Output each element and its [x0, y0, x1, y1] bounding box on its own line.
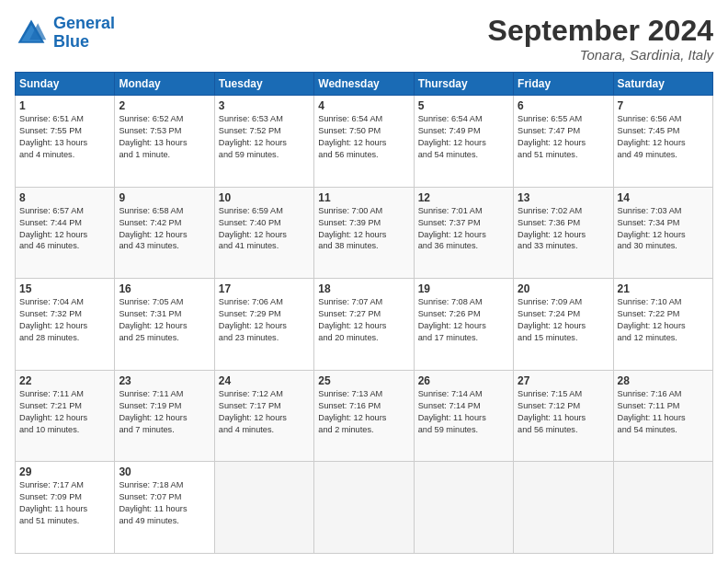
- calendar-cell: 17Sunrise: 7:06 AM Sunset: 7:29 PM Dayli…: [214, 279, 313, 371]
- day-number: 11: [318, 191, 409, 204]
- day-info: Sunrise: 6:56 AM Sunset: 7:45 PM Dayligh…: [618, 113, 709, 161]
- col-header-saturday: Saturday: [613, 73, 712, 96]
- calendar-week-1: 1Sunrise: 6:51 AM Sunset: 7:55 PM Daylig…: [16, 96, 713, 188]
- calendar-cell: 24Sunrise: 7:12 AM Sunset: 7:17 PM Dayli…: [214, 370, 313, 462]
- day-info: Sunrise: 7:17 AM Sunset: 7:09 PM Dayligh…: [19, 479, 110, 527]
- calendar-cell: 19Sunrise: 7:08 AM Sunset: 7:26 PM Dayli…: [414, 279, 513, 371]
- day-number: 13: [518, 191, 609, 204]
- day-number: 16: [119, 282, 210, 295]
- col-header-tuesday: Tuesday: [214, 73, 313, 96]
- calendar-cell: 5Sunrise: 6:54 AM Sunset: 7:49 PM Daylig…: [414, 96, 513, 188]
- day-number: 28: [618, 374, 709, 387]
- calendar-cell: 28Sunrise: 7:16 AM Sunset: 7:11 PM Dayli…: [613, 370, 712, 462]
- calendar-cell: 8Sunrise: 6:57 AM Sunset: 7:44 PM Daylig…: [16, 187, 115, 279]
- calendar-cell: 11Sunrise: 7:00 AM Sunset: 7:39 PM Dayli…: [314, 187, 414, 279]
- calendar-cell: 22Sunrise: 7:11 AM Sunset: 7:21 PM Dayli…: [16, 370, 115, 462]
- col-header-monday: Monday: [115, 73, 214, 96]
- calendar-cell: [613, 462, 712, 554]
- day-info: Sunrise: 7:11 AM Sunset: 7:19 PM Dayligh…: [119, 388, 210, 436]
- calendar-header-row: SundayMondayTuesdayWednesdayThursdayFrid…: [16, 73, 713, 96]
- day-info: Sunrise: 7:07 AM Sunset: 7:27 PM Dayligh…: [318, 296, 409, 344]
- page: General Blue September 2024 Tonara, Sard…: [0, 0, 728, 563]
- day-info: Sunrise: 6:57 AM Sunset: 7:44 PM Dayligh…: [19, 205, 110, 253]
- calendar-cell: 20Sunrise: 7:09 AM Sunset: 7:24 PM Dayli…: [514, 279, 613, 371]
- day-info: Sunrise: 7:03 AM Sunset: 7:34 PM Dayligh…: [618, 205, 709, 253]
- calendar-cell: 27Sunrise: 7:15 AM Sunset: 7:12 PM Dayli…: [514, 370, 613, 462]
- day-number: 18: [318, 282, 409, 295]
- calendar-cell: 1Sunrise: 6:51 AM Sunset: 7:55 PM Daylig…: [16, 96, 115, 188]
- calendar-cell: 12Sunrise: 7:01 AM Sunset: 7:37 PM Dayli…: [414, 187, 513, 279]
- day-number: 30: [119, 465, 210, 478]
- day-info: Sunrise: 6:54 AM Sunset: 7:50 PM Dayligh…: [318, 113, 409, 161]
- day-number: 23: [119, 374, 210, 387]
- col-header-thursday: Thursday: [414, 73, 513, 96]
- header: General Blue September 2024 Tonara, Sard…: [15, 15, 713, 63]
- logo-blue: Blue: [53, 32, 89, 51]
- calendar-week-2: 8Sunrise: 6:57 AM Sunset: 7:44 PM Daylig…: [16, 187, 713, 279]
- day-info: Sunrise: 7:11 AM Sunset: 7:21 PM Dayligh…: [19, 388, 110, 436]
- day-info: Sunrise: 7:16 AM Sunset: 7:11 PM Dayligh…: [618, 388, 709, 436]
- calendar-cell: 3Sunrise: 6:53 AM Sunset: 7:52 PM Daylig…: [214, 96, 313, 188]
- day-info: Sunrise: 6:53 AM Sunset: 7:52 PM Dayligh…: [219, 113, 310, 161]
- calendar-cell: 14Sunrise: 7:03 AM Sunset: 7:34 PM Dayli…: [613, 187, 712, 279]
- calendar-cell: [514, 462, 613, 554]
- day-info: Sunrise: 6:51 AM Sunset: 7:55 PM Dayligh…: [19, 113, 110, 161]
- day-info: Sunrise: 7:02 AM Sunset: 7:36 PM Dayligh…: [518, 205, 609, 253]
- calendar-cell: 4Sunrise: 6:54 AM Sunset: 7:50 PM Daylig…: [314, 96, 414, 188]
- day-number: 29: [19, 465, 110, 478]
- day-number: 7: [618, 99, 709, 112]
- calendar-cell: 29Sunrise: 7:17 AM Sunset: 7:09 PM Dayli…: [16, 462, 115, 554]
- col-header-wednesday: Wednesday: [314, 73, 414, 96]
- calendar-cell: 15Sunrise: 7:04 AM Sunset: 7:32 PM Dayli…: [16, 279, 115, 371]
- day-number: 8: [19, 191, 110, 204]
- calendar-cell: 30Sunrise: 7:18 AM Sunset: 7:07 PM Dayli…: [115, 462, 214, 554]
- day-number: 15: [19, 282, 110, 295]
- day-info: Sunrise: 6:55 AM Sunset: 7:47 PM Dayligh…: [518, 113, 609, 161]
- day-info: Sunrise: 7:00 AM Sunset: 7:39 PM Dayligh…: [318, 205, 409, 253]
- calendar-cell: 26Sunrise: 7:14 AM Sunset: 7:14 PM Dayli…: [414, 370, 513, 462]
- day-info: Sunrise: 7:15 AM Sunset: 7:12 PM Dayligh…: [518, 388, 609, 436]
- calendar-cell: 13Sunrise: 7:02 AM Sunset: 7:36 PM Dayli…: [514, 187, 613, 279]
- calendar-cell: 6Sunrise: 6:55 AM Sunset: 7:47 PM Daylig…: [514, 96, 613, 188]
- calendar-cell: 2Sunrise: 6:52 AM Sunset: 7:53 PM Daylig…: [115, 96, 214, 188]
- day-number: 26: [418, 374, 509, 387]
- day-info: Sunrise: 7:13 AM Sunset: 7:16 PM Dayligh…: [318, 388, 409, 436]
- logo-general: General: [53, 14, 115, 32]
- day-number: 25: [318, 374, 409, 387]
- logo-text: General Blue: [53, 15, 115, 52]
- calendar-cell: [414, 462, 513, 554]
- day-number: 12: [418, 191, 509, 204]
- col-header-sunday: Sunday: [16, 73, 115, 96]
- day-number: 20: [518, 282, 609, 295]
- day-info: Sunrise: 6:59 AM Sunset: 7:40 PM Dayligh…: [219, 205, 310, 253]
- day-info: Sunrise: 6:54 AM Sunset: 7:49 PM Dayligh…: [418, 113, 509, 161]
- calendar-cell: [214, 462, 313, 554]
- calendar-week-5: 29Sunrise: 7:17 AM Sunset: 7:09 PM Dayli…: [16, 462, 713, 554]
- day-info: Sunrise: 7:10 AM Sunset: 7:22 PM Dayligh…: [618, 296, 709, 344]
- calendar-cell: 9Sunrise: 6:58 AM Sunset: 7:42 PM Daylig…: [115, 187, 214, 279]
- day-number: 6: [518, 99, 609, 112]
- day-info: Sunrise: 7:08 AM Sunset: 7:26 PM Dayligh…: [418, 296, 509, 344]
- location: Tonara, Sardinia, Italy: [488, 47, 713, 63]
- day-number: 5: [418, 99, 509, 112]
- day-info: Sunrise: 7:14 AM Sunset: 7:14 PM Dayligh…: [418, 388, 509, 436]
- day-info: Sunrise: 7:09 AM Sunset: 7:24 PM Dayligh…: [518, 296, 609, 344]
- day-info: Sunrise: 7:18 AM Sunset: 7:07 PM Dayligh…: [119, 479, 210, 527]
- month-title: September 2024: [488, 15, 713, 47]
- day-number: 9: [119, 191, 210, 204]
- logo: General Blue: [15, 15, 115, 52]
- day-number: 3: [219, 99, 310, 112]
- day-info: Sunrise: 7:01 AM Sunset: 7:37 PM Dayligh…: [418, 205, 509, 253]
- day-number: 19: [418, 282, 509, 295]
- day-number: 24: [219, 374, 310, 387]
- day-number: 17: [219, 282, 310, 295]
- day-number: 2: [119, 99, 210, 112]
- calendar-cell: [314, 462, 414, 554]
- calendar-cell: 25Sunrise: 7:13 AM Sunset: 7:16 PM Dayli…: [314, 370, 414, 462]
- calendar-week-3: 15Sunrise: 7:04 AM Sunset: 7:32 PM Dayli…: [16, 279, 713, 371]
- calendar: SundayMondayTuesdayWednesdayThursdayFrid…: [15, 72, 713, 554]
- day-number: 14: [618, 191, 709, 204]
- calendar-cell: 21Sunrise: 7:10 AM Sunset: 7:22 PM Dayli…: [613, 279, 712, 371]
- calendar-cell: 23Sunrise: 7:11 AM Sunset: 7:19 PM Dayli…: [115, 370, 214, 462]
- logo-icon: [15, 17, 48, 50]
